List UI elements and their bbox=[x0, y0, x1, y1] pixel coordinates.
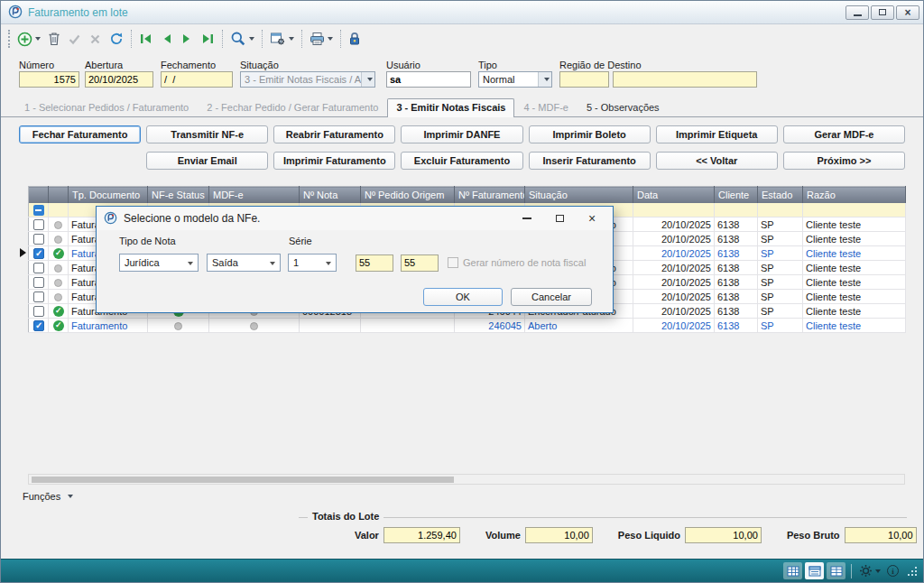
tab-strip: 1 - Selecionar Pedidos / Faturamento 2 -… bbox=[1, 97, 923, 117]
tab-selecionar-pedidos[interactable]: 1 - Selecionar Pedidos / Faturamento bbox=[15, 98, 198, 116]
column-header-cliente[interactable]: Cliente bbox=[715, 187, 758, 203]
fechar-faturamento-button[interactable]: Fechar Faturamento bbox=[19, 125, 141, 143]
nav-next-icon bbox=[180, 32, 193, 45]
peso-liquido-field[interactable] bbox=[685, 527, 762, 543]
situacao-combo[interactable]: 3 - Emitir Notas Fiscais / Aber bbox=[240, 71, 375, 88]
column-header-razao[interactable]: Razão bbox=[803, 187, 906, 203]
tab-fechar-pedido[interactable]: 2 - Fechar Pedido / Gerar Faturamento bbox=[198, 98, 387, 116]
card-view-button[interactable] bbox=[805, 562, 824, 579]
transmitir-nfe-button[interactable]: Transmitir NF-e bbox=[146, 125, 268, 143]
resize-grip[interactable] bbox=[907, 566, 918, 577]
dialog-maximize-button[interactable] bbox=[550, 210, 569, 227]
column-header-situacao[interactable]: Situação bbox=[525, 187, 633, 203]
row-checkbox[interactable] bbox=[33, 320, 44, 331]
cell-estado: SP bbox=[758, 275, 803, 290]
cell-estado: SP bbox=[758, 217, 803, 232]
imprimir-etiqueta-button[interactable]: Imprimir Etiqueta bbox=[656, 125, 778, 143]
tab-observacoes[interactable]: 5 - Observações bbox=[578, 98, 669, 116]
search-button[interactable] bbox=[226, 27, 258, 51]
row-checkbox[interactable] bbox=[33, 306, 44, 317]
gerar-numero-checkbox[interactable] bbox=[448, 257, 458, 268]
abertura-field[interactable] bbox=[85, 71, 153, 88]
column-header-n-faturamento[interactable]: Nº Faturamento bbox=[455, 187, 525, 203]
imprimir-faturamento-button[interactable]: Imprimir Faturamento bbox=[273, 152, 395, 170]
valor-field[interactable] bbox=[383, 527, 460, 543]
column-header-nfe-status[interactable]: NF-e Status bbox=[148, 187, 209, 203]
row-checkbox[interactable] bbox=[33, 277, 44, 288]
print-button[interactable] bbox=[306, 27, 337, 51]
regiao-codigo-field[interactable] bbox=[559, 71, 609, 88]
dialog-minimize-button[interactable] bbox=[517, 210, 537, 227]
refresh-button[interactable] bbox=[106, 27, 127, 51]
excluir-faturamento-button[interactable]: Excluir Faturamento bbox=[401, 152, 522, 170]
row-checkbox[interactable] bbox=[33, 263, 44, 273]
nav-first-button[interactable] bbox=[135, 27, 157, 51]
grid-view-button[interactable] bbox=[783, 562, 802, 579]
gerar-mdfe-button[interactable]: Gerar MDF-e bbox=[783, 125, 905, 143]
table-row[interactable]: Faturamento 246045 Aberto 20/10/2025 613… bbox=[29, 319, 906, 333]
column-header-status[interactable] bbox=[49, 187, 69, 203]
settings-button[interactable] bbox=[266, 27, 298, 51]
volume-field[interactable] bbox=[525, 527, 593, 543]
situacao-label: Situação bbox=[240, 59, 375, 71]
usuario-field[interactable] bbox=[386, 71, 471, 88]
split-view-button[interactable] bbox=[827, 562, 845, 579]
cancelar-button[interactable]: Cancelar bbox=[511, 288, 592, 306]
row-checkbox[interactable] bbox=[33, 248, 44, 259]
confirm-button[interactable] bbox=[64, 27, 85, 51]
grid-header-row: Tp. Documento NF-e Status MDF-e Nº Nota … bbox=[29, 187, 906, 203]
peso-bruto-field[interactable] bbox=[845, 527, 917, 543]
delete-button[interactable] bbox=[44, 27, 64, 51]
cell-cliente: 6138 bbox=[715, 319, 758, 333]
tipo-nota-combo[interactable]: Jurídica bbox=[119, 254, 199, 272]
volume-label: Volume bbox=[485, 530, 521, 541]
dialog-close-button[interactable]: × bbox=[582, 210, 602, 227]
nav-next-button[interactable] bbox=[177, 27, 197, 51]
nav-last-button[interactable] bbox=[197, 27, 218, 51]
add-button[interactable] bbox=[14, 27, 44, 51]
column-header-data[interactable]: Data bbox=[633, 187, 715, 203]
column-header-select[interactable] bbox=[29, 187, 49, 203]
column-header-mdfe[interactable]: MDF-e bbox=[209, 187, 300, 203]
nav-prev-button[interactable] bbox=[157, 27, 177, 51]
window-titlebar[interactable]: Faturamento em lote × bbox=[1, 1, 923, 24]
tab-emitir-notas-fiscais[interactable]: 3 - Emitir Notas Fiscais bbox=[387, 98, 514, 117]
column-header-n-pedido-origem[interactable]: Nº Pedido Origem bbox=[361, 187, 455, 203]
voltar-button[interactable]: << Voltar bbox=[656, 152, 778, 170]
regiao-descricao-field[interactable] bbox=[613, 71, 757, 88]
cancel-button[interactable] bbox=[85, 27, 106, 51]
saida-combo[interactable]: Saída bbox=[207, 254, 281, 272]
column-header-tp-documento[interactable]: Tp. Documento bbox=[69, 187, 148, 203]
imprimir-danfe-button[interactable]: Imprimir DANFE bbox=[401, 125, 522, 143]
reabrir-faturamento-button[interactable]: Reabrir Faturamento bbox=[273, 125, 395, 143]
horizontal-scrollbar[interactable] bbox=[28, 474, 905, 485]
numero-field[interactable] bbox=[19, 71, 79, 88]
numero-nota-field[interactable] bbox=[401, 254, 439, 272]
maximize-button[interactable] bbox=[871, 5, 894, 20]
dialog-titlebar[interactable]: Selecione o modelo da NFe. × bbox=[97, 207, 613, 230]
close-button[interactable]: × bbox=[896, 5, 919, 20]
faturamento-em-lote-window: Faturamento em lote × bbox=[0, 0, 924, 583]
imprimir-boleto-button[interactable]: Imprimir Boleto bbox=[529, 125, 651, 143]
proximo-button[interactable]: Próximo >> bbox=[783, 152, 905, 170]
lock-button[interactable] bbox=[345, 27, 365, 51]
minimize-button[interactable] bbox=[845, 5, 869, 20]
tab-mdfe[interactable]: 4 - MDF-e bbox=[514, 98, 578, 116]
column-header-n-nota[interactable]: Nº Nota bbox=[300, 187, 361, 203]
fechamento-field[interactable] bbox=[161, 71, 233, 88]
row-checkbox[interactable] bbox=[33, 292, 44, 302]
column-header-estado[interactable]: Estado bbox=[758, 187, 803, 203]
row-checkbox[interactable] bbox=[33, 219, 44, 230]
row-checkbox[interactable] bbox=[33, 234, 44, 245]
serie-combo[interactable]: 1 bbox=[288, 254, 337, 272]
scrollbar-thumb[interactable] bbox=[32, 477, 454, 483]
info-button[interactable]: i bbox=[885, 565, 901, 577]
funcoes-button[interactable]: Funções bbox=[19, 489, 77, 504]
tipo-combo[interactable]: Normal bbox=[478, 71, 552, 88]
inserir-faturamento-button[interactable]: Inserir Faturamento bbox=[529, 152, 651, 170]
ok-button[interactable]: OK bbox=[423, 288, 503, 306]
statusbar-settings-button[interactable] bbox=[857, 564, 882, 578]
modelo-field[interactable] bbox=[356, 254, 393, 272]
enviar-email-button[interactable]: Enviar Email bbox=[146, 152, 268, 170]
collapse-button[interactable] bbox=[33, 205, 44, 216]
